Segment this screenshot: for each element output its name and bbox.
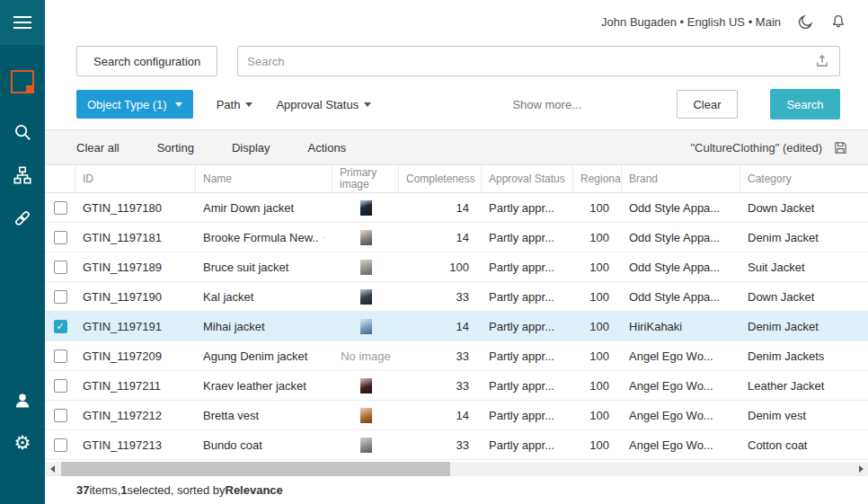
notifications-button[interactable] (830, 13, 846, 30)
table-row[interactable]: GTIN_1197190 Kal jacket 33 Partly appr..… (45, 282, 868, 312)
sidebar-item-user[interactable] (11, 389, 34, 412)
cell-completeness: 33 (399, 290, 482, 304)
cell-completeness: 33 (399, 349, 482, 363)
cell-id: GTIN_1197211 (75, 379, 196, 393)
cell-completeness: 33 (399, 379, 482, 393)
hierarchy-icon (13, 165, 32, 185)
row-checkbox[interactable] (54, 438, 67, 452)
table-header: ID Name Primary image Completeness Appro… (45, 165, 868, 193)
cell-approval-status: Partly appr... (482, 201, 573, 215)
row-checkbox[interactable] (54, 231, 67, 244)
scroll-left-button[interactable] (45, 462, 59, 476)
table-row-selected[interactable]: ✓ GTIN_1197191 Mihai jacket 14 Partly ap… (45, 312, 868, 341)
cell-regional: 100 (573, 261, 622, 274)
cell-completeness: 100 (399, 261, 482, 274)
cell-brand: Angel Ego Wo... (622, 349, 740, 363)
primary-image-thumbnail (360, 289, 372, 305)
path-filter[interactable]: Path (217, 98, 253, 111)
cell-name: Kal jacket (203, 290, 253, 304)
cell-brand: Angel Ego Wo... (622, 438, 740, 452)
table-row[interactable]: GTIN_1197211 Kraev leather jacket 33 Par… (45, 371, 868, 401)
chevron-down-icon (245, 102, 252, 107)
sidebar-nav (11, 120, 34, 230)
menu-button[interactable] (0, 0, 45, 45)
cell-approval-status: Partly appr... (482, 438, 573, 452)
column-header-category[interactable]: Category (740, 165, 868, 192)
cell-regional: 100 (573, 290, 622, 304)
object-type-filter[interactable]: Object Type (1) (76, 90, 193, 119)
cell-brand: HiriKahaki (622, 320, 740, 333)
row-checkbox[interactable] (54, 261, 67, 274)
scrollbar-thumb[interactable] (61, 462, 450, 476)
items-count: 37 (76, 483, 89, 497)
primary-image-thumbnail (360, 408, 372, 423)
cell-id: GTIN_1197209 (75, 349, 196, 363)
search-input[interactable] (247, 55, 814, 68)
primary-image-thumbnail (360, 378, 372, 393)
search-configuration-button[interactable]: Search configuration (76, 46, 217, 76)
column-header-primary-image[interactable]: Primary image (332, 165, 399, 192)
scrollbar-track[interactable] (59, 462, 854, 476)
approval-status-filter-label: Approval Status (276, 98, 359, 111)
cell-brand: Odd Style Appa... (622, 261, 740, 274)
user-info[interactable]: John Bugaden • English US • Main (601, 15, 781, 29)
table-row[interactable]: GTIN_1197212 Bretta vest 14 Partly appr.… (45, 401, 868, 430)
display-menu[interactable]: Display (232, 141, 270, 155)
sorting-menu[interactable]: Sorting (157, 141, 194, 155)
primary-image-thumbnail (360, 438, 372, 453)
cell-id: GTIN_1197181 (75, 231, 196, 244)
table-row[interactable]: GTIN_1197209 Agung Denim jacket No image… (45, 341, 868, 371)
column-header-id[interactable]: ID (75, 165, 196, 192)
cell-category: Denim Jacket (740, 320, 868, 333)
cell-id: GTIN_1197189 (75, 261, 196, 274)
theme-toggle-button[interactable] (797, 13, 814, 31)
path-filter-label: Path (217, 98, 241, 111)
search-box (237, 46, 840, 76)
column-header-regional[interactable]: Regional (573, 165, 622, 192)
cell-name: Kraev leather jacket (203, 379, 306, 393)
actions-menu[interactable]: Actions (308, 141, 347, 155)
upload-icon (814, 53, 830, 69)
sidebar-item-hierarchy[interactable] (11, 164, 34, 187)
gear-icon: ⚙ (14, 433, 31, 452)
table-row[interactable]: GTIN_1197213 Bundo coat 33 Partly appr..… (45, 430, 868, 460)
sidebar-item-links[interactable] (11, 207, 34, 230)
items-label: items, (89, 483, 120, 497)
cell-brand: Odd Style Appa... (622, 231, 740, 244)
horizontal-scrollbar[interactable] (45, 462, 868, 476)
search-icon (13, 122, 32, 142)
row-checkbox-checked[interactable]: ✓ (54, 320, 67, 333)
scroll-right-button[interactable] (854, 462, 868, 476)
clear-filters-button[interactable]: Clear (677, 90, 738, 119)
table-row[interactable]: GTIN_1197189 Bruce suit jacket 100 Partl… (45, 252, 868, 282)
save-search-button[interactable] (833, 140, 848, 155)
column-header-brand[interactable]: Brand (622, 165, 740, 192)
cell-regional: 100 (573, 379, 622, 393)
column-header-completeness[interactable]: Completeness (399, 165, 482, 192)
column-header-name[interactable]: Name (196, 165, 332, 192)
no-image-label: No image (341, 349, 391, 363)
table-row[interactable]: GTIN_1197181 Brooke Formula New.. 14 Par… (45, 223, 868, 252)
cell-regional: 100 (573, 438, 622, 452)
row-checkbox[interactable] (54, 290, 67, 304)
cell-id: GTIN_1197180 (75, 201, 196, 215)
row-checkbox[interactable] (54, 409, 67, 422)
inriver-logo-icon[interactable] (11, 70, 34, 93)
row-checkbox[interactable] (54, 349, 67, 363)
show-more-link[interactable]: Show more... (512, 98, 581, 111)
sidebar-item-search[interactable] (11, 120, 34, 144)
export-search-button[interactable] (814, 53, 830, 69)
sidebar-item-settings[interactable]: ⚙ (11, 430, 34, 454)
primary-image-thumbnail (360, 260, 372, 275)
cell-name: Amir Down jacket (203, 201, 294, 215)
column-header-approval-status[interactable]: Approval Status (482, 165, 573, 192)
cell-approval-status: Partly appr... (482, 379, 573, 393)
row-checkbox[interactable] (54, 379, 67, 393)
sidebar-bottom: ⚙ (11, 389, 34, 454)
search-submit-button[interactable]: Search (770, 89, 840, 119)
cell-completeness: 14 (399, 409, 482, 422)
row-checkbox[interactable] (54, 201, 67, 215)
table-row[interactable]: GTIN_1197180 Amir Down jacket 14 Partly … (45, 193, 868, 223)
clear-all-button[interactable]: Clear all (76, 141, 120, 155)
approval-status-filter[interactable]: Approval Status (276, 98, 371, 111)
